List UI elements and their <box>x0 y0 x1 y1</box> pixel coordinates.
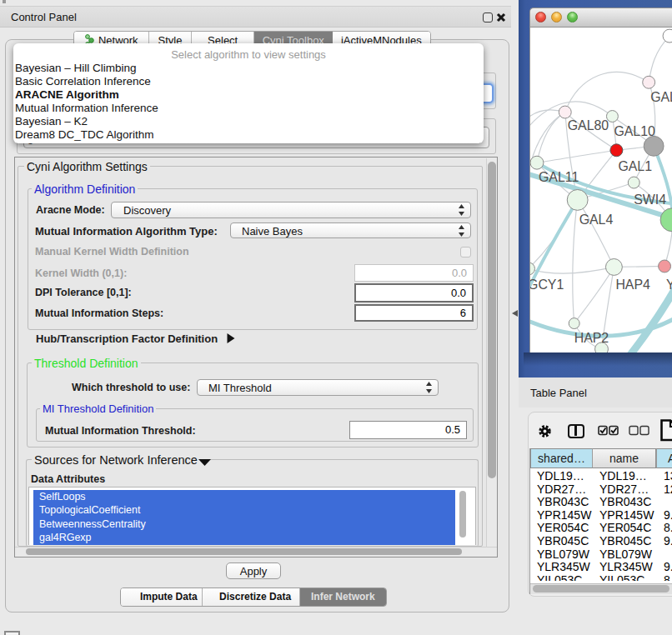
svg-text:YJ: YJ <box>666 278 672 292</box>
svg-text:GAL1: GAL1 <box>618 159 652 173</box>
svg-text:GAL4: GAL4 <box>579 212 614 227</box>
svg-text:GAL11: GAL11 <box>539 170 579 184</box>
svg-text:GCY1: GCY1 <box>529 278 564 292</box>
svg-text:GAL10: GAL10 <box>614 124 655 138</box>
svg-text:GAL80: GAL80 <box>568 118 609 132</box>
svg-text:HAP4: HAP4 <box>615 278 650 292</box>
svg-text:HAP2: HAP2 <box>574 331 609 345</box>
svg-text:SWI4: SWI4 <box>634 192 666 207</box>
svg-text:GAL2: GAL2 <box>650 90 672 104</box>
